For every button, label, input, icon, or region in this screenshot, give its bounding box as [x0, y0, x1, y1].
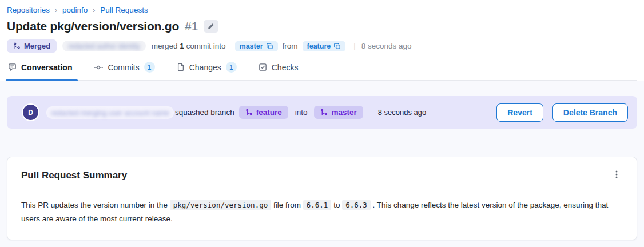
- head-branch-label: feature: [256, 108, 282, 117]
- breadcrumb-separator: ›: [93, 6, 95, 14]
- summary-card-header: Pull Request Summary: [21, 169, 623, 181]
- tab-label: Commits: [108, 63, 139, 72]
- head-branch-chip[interactable]: feature: [303, 41, 346, 51]
- tab-label: Checks: [272, 63, 299, 72]
- body-text: file from: [271, 201, 303, 209]
- pr-status-row: Merged redacted author identity merged 1…: [7, 39, 637, 53]
- kebab-menu-button[interactable]: [610, 169, 623, 180]
- merger-name-redacted: redacted merging user account name: [46, 106, 174, 119]
- tab-commits[interactable]: Commits 1: [93, 62, 156, 80]
- pr-tabs: Conversation Commits 1 Changes 1: [7, 62, 637, 81]
- breadcrumb: Repositories › podinfo › Pull Requests: [7, 6, 637, 14]
- body-text: to: [331, 201, 342, 209]
- breadcrumb-pull-requests[interactable]: Pull Requests: [100, 6, 148, 14]
- merged-time: 8 seconds ago: [361, 42, 412, 50]
- tab-changes[interactable]: Changes 1: [176, 62, 238, 80]
- merged-banner: D redacted merging user account name squ…: [7, 96, 637, 129]
- copy-branch-icon[interactable]: [334, 43, 341, 50]
- title-row: Update pkg/version/version.go #1: [7, 19, 637, 33]
- base-branch-label: master: [240, 42, 263, 50]
- tab-badge: 1: [144, 62, 155, 73]
- head-branch-label: feature: [307, 42, 331, 50]
- from-label: from: [283, 42, 298, 50]
- merge-summary-text: merged 1 commit into: [152, 42, 226, 50]
- tab-label: Conversation: [21, 63, 72, 72]
- pr-title: Update pkg/version/version.go: [7, 19, 179, 33]
- tab-label: Changes: [189, 63, 221, 72]
- base-branch-label: master: [331, 108, 356, 117]
- commit-icon: [94, 63, 103, 72]
- copy-branch-icon[interactable]: [267, 43, 273, 50]
- edit-title-button[interactable]: [204, 20, 218, 33]
- banner-time: 8 seconds ago: [378, 108, 427, 117]
- head-branch-pill[interactable]: feature: [239, 106, 288, 119]
- divider: |: [353, 42, 356, 50]
- tab-checks[interactable]: Checks: [257, 62, 300, 80]
- summary-body: This PR updates the version number in th…: [21, 198, 616, 226]
- breadcrumb-separator: ›: [55, 6, 57, 14]
- git-merge-icon: [245, 109, 253, 116]
- inline-code: 6.6.1: [303, 200, 332, 210]
- pencil-icon: [208, 23, 214, 30]
- merged-status-label: Merged: [24, 42, 50, 50]
- inline-code: 6.6.3: [342, 200, 371, 210]
- merged-status-badge: Merged: [7, 39, 57, 53]
- inline-code: pkg/version/version.go: [170, 200, 272, 210]
- git-merge-icon: [13, 42, 21, 50]
- base-branch-chip[interactable]: master: [235, 41, 278, 51]
- breadcrumb-repo-podinfo[interactable]: podinfo: [62, 6, 88, 14]
- banner-action-text: squashed branch: [175, 108, 234, 117]
- breadcrumb-repositories[interactable]: Repositories: [7, 6, 50, 14]
- delete-branch-button[interactable]: Delete Branch: [552, 103, 628, 122]
- avatar[interactable]: D: [23, 105, 38, 120]
- base-branch-pill[interactable]: master: [314, 106, 363, 119]
- git-merge-icon: [320, 109, 328, 116]
- pull-request-page: Repositories › podinfo › Pull Requests U…: [0, 0, 644, 247]
- body-text: This PR updates the version number in th…: [21, 201, 170, 209]
- revert-button[interactable]: Revert: [496, 103, 543, 122]
- pr-number: #1: [185, 19, 198, 33]
- divider: [21, 189, 623, 189]
- tab-conversation[interactable]: Conversation: [7, 62, 73, 80]
- into-label: into: [295, 108, 308, 117]
- page-header: Repositories › podinfo › Pull Requests U…: [0, 0, 644, 81]
- summary-title: Pull Request Summary: [21, 169, 127, 181]
- pr-summary-card: Pull Request Summary This PR updates the…: [7, 157, 637, 240]
- commit-count: 1: [180, 42, 184, 50]
- tab-badge: 1: [226, 62, 237, 73]
- pr-author-redacted: redacted author identity: [62, 41, 145, 51]
- checklist-icon: [259, 63, 267, 71]
- pr-content: D redacted merging user account name squ…: [0, 81, 644, 247]
- file-icon: [177, 63, 185, 71]
- comment-icon: [8, 63, 17, 71]
- kebab-icon: [613, 170, 621, 179]
